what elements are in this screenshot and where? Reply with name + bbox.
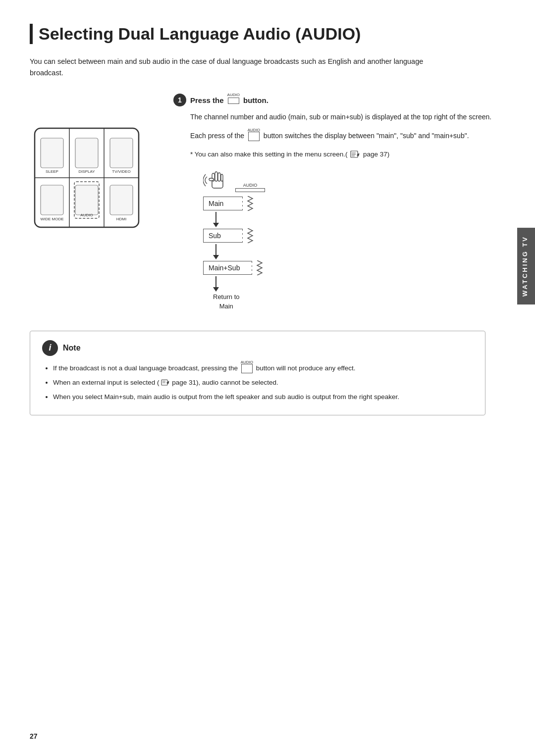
main-content: SLEEP DISPLAY TV/VIDEO WIDE MODE AUDIO H…: [30, 94, 505, 311]
page-number: 27: [30, 732, 38, 740]
arrow-down-1: [213, 212, 219, 227]
svg-text:SLEEP: SLEEP: [46, 169, 58, 174]
side-tab-watching-tv: WATCHING TV: [517, 228, 535, 304]
note-item-1: If the broadcast is not a dual language …: [53, 363, 473, 374]
svg-rect-4: [41, 138, 63, 168]
svg-rect-25: [221, 174, 223, 181]
svg-rect-26: [209, 178, 214, 181]
note-header: i Note: [42, 340, 473, 356]
svg-text:WIDE MODE: WIDE MODE: [40, 217, 63, 221]
note-items: If the broadcast is not a dual language …: [42, 363, 473, 403]
return-to-main: Return toMain: [213, 293, 239, 310]
cycle-item-mainsub: Main+Sub: [203, 261, 252, 275]
cycle-diagram: AUDIO Main: [203, 164, 505, 310]
page-title: Selecting Dual Language Audio (AUDIO): [30, 24, 505, 44]
svg-rect-23: [215, 172, 217, 181]
svg-rect-6: [110, 138, 133, 168]
svg-rect-27: [161, 380, 167, 385]
step1-body2: Each press of the AUDIO button switches …: [190, 130, 505, 142]
step1-header: 1 Press the AUDIO button.: [173, 94, 505, 106]
cycle-item-sub: Sub: [203, 229, 243, 243]
note-item-3: When you select Main+sub, main audio is …: [53, 392, 473, 403]
hand-press-icon: [203, 164, 230, 194]
memo-icon-2: [161, 379, 170, 386]
note-icon: i: [42, 340, 58, 356]
note-item-2: When an external input is selected ( pag…: [53, 377, 473, 389]
svg-rect-24: [218, 173, 220, 181]
memo-icon: [350, 151, 360, 158]
step-number-1: 1: [173, 94, 186, 106]
svg-text:TV/VIDEO: TV/VIDEO: [112, 169, 130, 174]
svg-rect-13: [110, 185, 133, 215]
step1-body1: The channel number and audio (main, sub …: [190, 111, 505, 123]
svg-text:DISPLAY: DISPLAY: [78, 169, 95, 174]
svg-text:HDMI: HDMI: [116, 217, 126, 221]
cycle-item-main: Main: [203, 197, 243, 210]
arrow-down-3: [213, 276, 219, 292]
zigzag-icon-sub: [247, 228, 254, 243]
svg-text:AUDIO: AUDIO: [80, 213, 93, 217]
remote-area: SLEEP DISPLAY TV/VIDEO WIDE MODE AUDIO H…: [30, 123, 159, 311]
step1-note-star: * You can also make this setting in the …: [190, 149, 505, 160]
instructions-area: 1 Press the AUDIO button. The channel nu…: [173, 94, 505, 311]
svg-rect-5: [75, 138, 98, 168]
note-box: i Note If the broadcast is not a dual la…: [30, 331, 485, 415]
remote-illustration: SLEEP DISPLAY TV/VIDEO WIDE MODE AUDIO H…: [30, 123, 144, 232]
zigzag-icon-mainsub: [256, 260, 263, 275]
zigzag-icon-main: [247, 196, 254, 211]
intro-text: You can select between main and sub audi…: [30, 56, 436, 79]
arrow-down-2: [213, 244, 219, 259]
note-title: Note: [63, 344, 81, 353]
svg-rect-10: [41, 185, 63, 215]
step1-instruction: Press the AUDIO button.: [190, 96, 268, 104]
svg-rect-11: [75, 185, 98, 215]
